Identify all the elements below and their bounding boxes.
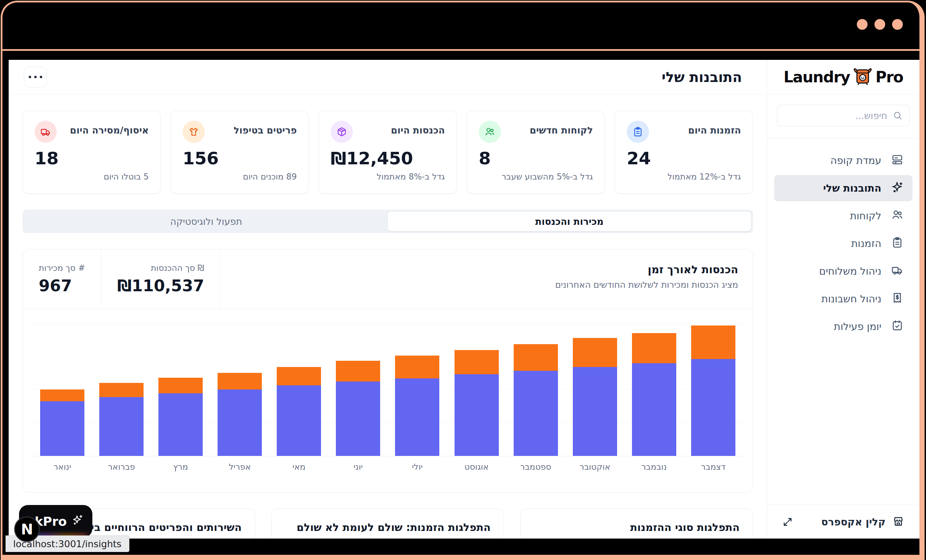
x-axis-label: מאי <box>277 462 321 472</box>
bar-segment-primary <box>99 397 144 456</box>
sidebar-item-1[interactable]: התובנות שלי <box>774 175 912 201</box>
stat-value: 156 <box>183 148 297 168</box>
tab-0[interactable]: מכירות והכנסות <box>388 212 751 231</box>
expand-icon[interactable] <box>782 517 793 527</box>
search-input[interactable] <box>777 105 910 126</box>
bar-segment-primary <box>632 363 676 456</box>
stat-value: 8 <box>479 148 593 168</box>
bar-segment-primary <box>454 374 499 456</box>
truck-icon <box>891 264 903 279</box>
x-axis-label: אפריל <box>218 462 262 472</box>
bar-segment-primary <box>573 367 617 456</box>
users-icon <box>891 209 903 224</box>
app-panel: התובנות שלי הזמנות היום 24 גדל ב-12% מאת… <box>9 60 920 539</box>
bar-segment-secondary <box>336 361 380 381</box>
bar-chart-plot <box>23 309 753 456</box>
clipboard-icon <box>891 236 903 251</box>
bars-container <box>40 323 735 456</box>
total-sales-value: 967 <box>39 276 85 295</box>
stat-card-4: איסוף/מסירה היום 18 5 בוטלו היום <box>23 111 161 194</box>
bar-segment-primary <box>514 371 558 456</box>
stat-card-2: הכנסות היום ₪12,450 גדל ב-8% מאתמול <box>319 111 457 194</box>
bottom-cards-row: התפלגות סוגי ההזמנות אחוז מכלל ההזמנות ל… <box>23 509 753 539</box>
bar-segment-secondary <box>573 338 617 367</box>
revenue-chart-card: הכנסות לאורך זמן מציג הכנסות ומכירות לשל… <box>23 249 753 493</box>
sidebar-item-label: ניהול משלוחים <box>819 265 881 277</box>
chart-bar-5 <box>336 361 380 456</box>
sidebar-nav: עמדת קופה התובנות שלי לקוחות הזמנות ניהו… <box>767 138 920 349</box>
total-revenue-stat: ₪ סך ההכנסות ₪110,537 <box>101 250 220 309</box>
bar-segment-secondary <box>40 389 85 401</box>
bar-segment-primary <box>336 381 380 456</box>
more-options-button[interactable] <box>24 67 47 88</box>
sidebar: Laundry <box>767 60 920 539</box>
next-dev-avatar[interactable]: N <box>14 516 40 542</box>
bottom-card-1: התפלגות הזמנות: שולם לעומת לא שולם מעקב … <box>272 509 504 539</box>
sparkles-icon <box>72 514 83 528</box>
app-logo: Laundry <box>767 60 920 94</box>
calendar-check-icon <box>891 319 903 334</box>
bar-segment-secondary <box>514 344 558 371</box>
stat-value: 24 <box>627 148 741 168</box>
sidebar-item-6[interactable]: יומן פעילות <box>774 313 912 340</box>
chart-bar-4 <box>277 367 321 456</box>
package-icon <box>331 121 353 143</box>
stat-value: ₪12,450 <box>331 148 445 168</box>
bar-segment-primary <box>395 378 439 456</box>
storefront-icon <box>893 515 904 528</box>
window-controls <box>857 19 903 30</box>
sidebar-item-label: התובנות שלי <box>823 182 881 194</box>
x-axis-label: דצמבר <box>691 462 735 472</box>
stat-card-3: פריטים בטיפול 156 89 מוכנים היום <box>171 111 309 194</box>
stat-card-1: לקוחות חדשים 8 גדל ב-5% מהשבוע שעבר <box>467 111 605 194</box>
x-axis-label: ינואר <box>40 462 85 472</box>
tab-1[interactable]: תפעול ולוגיסטיקה <box>24 212 388 231</box>
stat-title: הזמנות היום <box>688 121 741 136</box>
chart-bar-0 <box>40 389 85 456</box>
store-switcher[interactable]: קלין אקספרס <box>767 505 920 539</box>
window-dot-icon[interactable] <box>875 19 885 30</box>
sidebar-item-4[interactable]: ניהול משלוחים <box>774 258 912 285</box>
sidebar-item-0[interactable]: עמדת קופה <box>774 147 912 174</box>
x-axis-label: יוני <box>336 462 380 472</box>
window-dot-icon[interactable] <box>857 19 867 30</box>
stat-title: לקוחות חדשים <box>530 121 593 136</box>
logo-text-pro: Pro <box>876 68 903 86</box>
avatar-letter: N <box>21 521 33 538</box>
sidebar-item-5[interactable]: ניהול חשבונות <box>774 286 912 312</box>
bar-segment-secondary <box>691 325 735 359</box>
x-axis-label: אוגוסט <box>454 462 499 472</box>
stat-subtitle: 89 מוכנים היום <box>183 172 297 182</box>
x-axis-label: נובמבר <box>632 462 676 472</box>
browser-titlebar <box>2 2 920 51</box>
window-dot-icon[interactable] <box>892 19 903 30</box>
sidebar-item-2[interactable]: לקוחות <box>774 203 912 229</box>
x-axis-label: פברואר <box>99 462 144 472</box>
logo-text-laundry: Laundry <box>784 68 850 86</box>
receipt-icon <box>891 292 903 306</box>
store-name: קלין אקספרס <box>821 516 885 528</box>
chart-bar-11 <box>691 325 735 456</box>
stat-title: איסוף/מסירה היום <box>70 121 149 136</box>
pos-terminal-icon <box>891 153 903 168</box>
chart-bar-9 <box>573 338 617 456</box>
bar-segment-primary <box>40 401 85 456</box>
chart-bar-6 <box>395 356 439 456</box>
page-header: התובנות שלי <box>9 60 767 94</box>
bar-segment-primary <box>277 385 321 456</box>
clipboard-icon <box>627 121 649 143</box>
stat-subtitle: גדל ב-5% מהשבוע שעבר <box>479 172 593 182</box>
browser-viewport: התובנות שלי הזמנות היום 24 גדל ב-12% מאת… <box>2 51 920 553</box>
bar-segment-secondary <box>277 367 321 385</box>
bar-segment-secondary <box>395 356 439 378</box>
bar-segment-secondary <box>218 373 262 389</box>
stat-subtitle: גדל ב-8% מאתמול <box>331 172 445 182</box>
chart-bar-3 <box>218 373 262 456</box>
sidebar-item-label: עמדת קופה <box>831 154 882 166</box>
chart-subtitle: מציג הכנסות ומכירות לשלושת החודשים האחרו… <box>555 280 738 290</box>
chart-bar-7 <box>454 350 499 456</box>
main-content: הזמנות היום 24 גדל ב-12% מאתמול לקוחות ח… <box>9 94 767 539</box>
sidebar-search-section <box>767 94 920 138</box>
sidebar-item-3[interactable]: הזמנות <box>774 230 912 257</box>
tab-switcher: מכירות והכנסותתפעול ולוגיסטיקה <box>23 210 753 233</box>
